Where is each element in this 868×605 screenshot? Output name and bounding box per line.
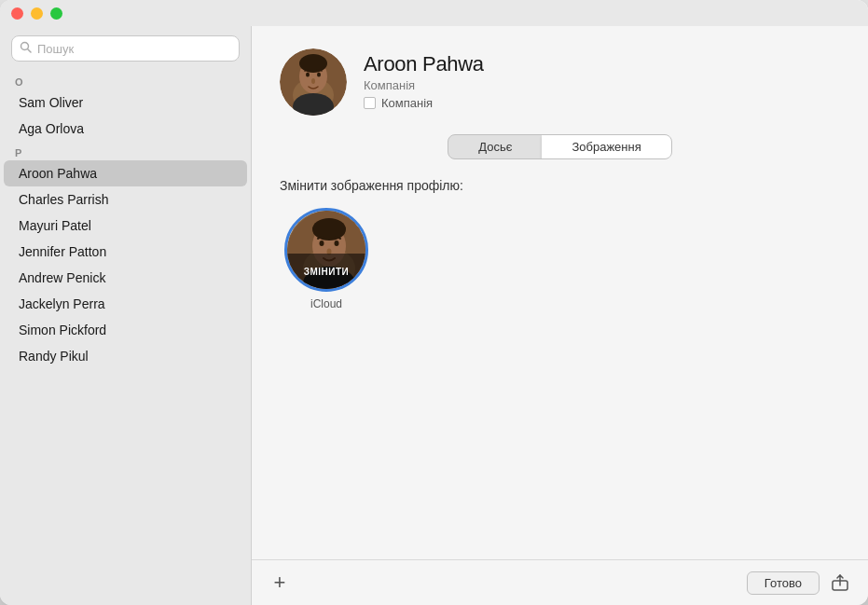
svg-point-8 — [317, 73, 321, 77]
contact-item-sam-oliver[interactable]: Sam Oliver — [4, 89, 247, 116]
contact-item-jackelyn-perra[interactable]: Jackelyn Perra — [4, 291, 247, 317]
section-header-p: P — [0, 142, 251, 160]
tab-group: Досьє Зображення — [448, 134, 671, 159]
svg-point-5 — [299, 54, 327, 73]
contact-item-andrew-penick[interactable]: Andrew Penick — [4, 265, 247, 291]
search-box[interactable]: Пошук — [11, 35, 240, 62]
company-checkbox-row: Компанія — [364, 96, 484, 110]
profile-image-container: ЗМІНИТИ iCloud — [280, 208, 373, 310]
contact-item-randy-pikul[interactable]: Randy Pikul — [4, 343, 247, 369]
done-button[interactable]: Готово — [747, 571, 820, 595]
section-header-o: O — [0, 71, 251, 89]
svg-point-15 — [320, 241, 324, 246]
contact-item-aroon-pahwa[interactable]: Aroon Pahwa — [4, 160, 247, 186]
svg-line-1 — [28, 49, 32, 53]
bottom-toolbar: + Готово — [252, 559, 868, 605]
profile-change-label: Змінити зображення профілю: — [280, 178, 840, 193]
maximize-button[interactable] — [50, 7, 62, 20]
svg-point-7 — [306, 73, 310, 77]
contact-item-simon-pickford[interactable]: Simon Pickford — [4, 317, 247, 343]
profile-image-circle[interactable]: ЗМІНИТИ — [284, 208, 368, 292]
search-container: Пошук — [0, 26, 251, 71]
close-button[interactable] — [11, 7, 23, 20]
tab-dosye[interactable]: Досьє — [448, 135, 542, 158]
svg-point-16 — [335, 241, 339, 246]
contact-info: Aroon Pahwa Компанія Компанія — [364, 48, 484, 110]
change-overlay-text: ЗМІНИТИ — [304, 267, 350, 277]
search-icon — [20, 41, 32, 56]
main-content: Aroon Pahwa Компанія Компанія Досьє Зобр… — [252, 0, 868, 605]
profile-section: Змінити зображення профілю: — [252, 178, 868, 559]
contact-item-aga-orlova[interactable]: Aga Orlova — [4, 116, 247, 142]
contacts-list: O Sam Oliver Aga Orlova P Aroon Pahwa Ch… — [0, 71, 251, 605]
svg-point-9 — [311, 78, 315, 84]
sidebar: Пошук O Sam Oliver Aga Orlova P Aroon Pa… — [0, 0, 252, 605]
contact-name: Aroon Pahwa — [364, 52, 484, 76]
icloud-label: iCloud — [310, 297, 342, 310]
change-overlay[interactable]: ЗМІНИТИ — [287, 254, 365, 289]
svg-point-13 — [312, 218, 346, 241]
minimize-button[interactable] — [31, 7, 43, 20]
main-window: Пошук O Sam Oliver Aga Orlova P Aroon Pa… — [0, 0, 868, 605]
right-buttons: Готово — [747, 570, 853, 596]
company-checkbox-label: Компанія — [381, 96, 433, 110]
contact-item-charles-parrish[interactable]: Charles Parrish — [4, 186, 247, 213]
tab-zobrazhennya[interactable]: Зображення — [542, 135, 670, 158]
company-checkbox[interactable] — [364, 97, 376, 109]
tab-bar: Досьє Зображення — [280, 134, 840, 159]
contact-company-label: Компанія — [364, 78, 484, 92]
share-button[interactable] — [827, 570, 853, 596]
avatar — [280, 48, 347, 116]
add-button[interactable]: + — [267, 570, 293, 596]
search-placeholder: Пошук — [37, 42, 74, 56]
share-icon — [832, 574, 848, 591]
contact-header: Aroon Pahwa Компанія Компанія — [252, 26, 868, 134]
titlebar — [0, 0, 868, 26]
contact-item-mayuri-patel[interactable]: Mayuri Patel — [4, 213, 247, 239]
contact-item-jennifer-patton[interactable]: Jennifer Patton — [4, 239, 247, 265]
